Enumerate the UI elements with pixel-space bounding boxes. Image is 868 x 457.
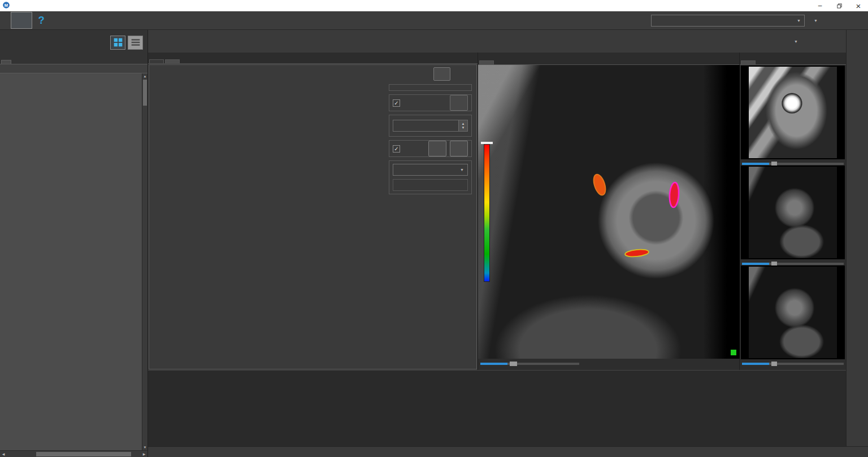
chevron-down-icon: ▼: [814, 19, 818, 23]
colorbar[interactable]: [484, 144, 490, 282]
active-view-scrollbar[interactable]: [480, 360, 737, 368]
contours-box: ✓: [389, 94, 472, 111]
tab-t2-analysis[interactable]: [165, 59, 180, 63]
toolbar-grip[interactable]: [51, 13, 57, 28]
redo-button[interactable]: [824, 33, 840, 49]
cutoff-input[interactable]: [393, 120, 459, 132]
series-browser-layout-button[interactable]: [11, 12, 32, 29]
study-tab[interactable]: [1, 60, 11, 64]
decay-values-box: [389, 84, 472, 91]
roi3-overlay-blob: [624, 249, 649, 258]
roi1-overlay-blob: [592, 173, 608, 197]
toolbar-grip[interactable]: [779, 34, 785, 49]
toolbar-grip[interactable]: [3, 13, 9, 28]
status-indicator-green: [731, 350, 736, 355]
roi-overlays: [478, 65, 740, 359]
series-browser-panel: ▲ ▼ ◀ ▶: [0, 30, 148, 457]
roi2-overlay-blob: [669, 182, 679, 207]
scrollbar-thumb[interactable]: [36, 452, 131, 456]
scan-thumb-scrollbar[interactable]: [742, 360, 844, 365]
medis-logo-icon: M: [2, 1, 10, 10]
cutoff-box: ▲▼: [389, 115, 472, 137]
status-bar: [148, 446, 868, 457]
series-table-header[interactable]: [0, 64, 147, 73]
scan-line-thumbnail[interactable]: [741, 166, 845, 259]
close-button[interactable]: ×: [849, 0, 868, 11]
reset-layout-button[interactable]: [827, 12, 843, 28]
svg-text:?: ?: [38, 14, 44, 26]
chevron-down-icon: ▼: [794, 40, 798, 43]
view-toolbar: ▼: [148, 30, 846, 53]
acquisition-timing-box: ▼: [389, 160, 472, 194]
scrollbar-thumb[interactable]: [771, 362, 777, 366]
contour-options-button[interactable]: [450, 95, 468, 111]
scan-line-thumbnail[interactable]: [741, 66, 845, 159]
scrollbar-thumb[interactable]: [510, 362, 517, 366]
chevron-down-icon: ▼: [797, 19, 801, 23]
timing-select[interactable]: ▼: [393, 164, 468, 176]
scroll-left-icon[interactable]: ◀: [0, 452, 7, 456]
help-button[interactable]: ?: [33, 12, 49, 28]
scan-line-thumbnail[interactable]: [741, 266, 845, 359]
active-view-image[interactable]: [478, 65, 740, 359]
overlay-settings-button[interactable]: [428, 141, 446, 156]
scan-thumb-scrollbar[interactable]: [742, 160, 844, 165]
colorbar-handle[interactable]: [481, 142, 493, 144]
save-layout-button[interactable]: ▼: [808, 12, 823, 28]
undo-button[interactable]: [806, 33, 822, 49]
svg-text:M: M: [5, 3, 8, 8]
main-toolbar: ? ▼ ▼: [0, 11, 868, 30]
display-box: ✓: [389, 140, 472, 157]
session-select[interactable]: ▼: [651, 15, 805, 27]
tab-active-view[interactable]: [479, 60, 494, 64]
contour-toolbar: [846, 30, 868, 457]
relaxation-graph[interactable]: [149, 65, 387, 369]
active-view-panel: [478, 53, 739, 370]
close-session-user-icon[interactable]: [632, 13, 649, 28]
scan-thumb-scrollbar[interactable]: [742, 260, 844, 265]
list-view-button[interactable]: [128, 36, 143, 50]
minimize-button[interactable]: –: [810, 0, 830, 11]
series-list-vscrollbar[interactable]: ▲ ▼: [142, 73, 147, 450]
titlebar: M – ×: [0, 0, 868, 11]
snapshot-view-button[interactable]: [849, 33, 866, 50]
analysis-controls: ✓ ▲▼ ✓ ▼: [387, 65, 476, 369]
content-area: ✓ ▲▼ ✓ ▼: [148, 53, 846, 370]
snapshot-button[interactable]: [433, 67, 450, 81]
tab-study-matrix[interactable]: [149, 59, 164, 63]
series-browser-title: [0, 30, 147, 34]
series-list: ▲ ▼: [0, 73, 147, 450]
toolbar-overflow-button[interactable]: [846, 12, 862, 28]
tab-scan-lines[interactable]: [741, 60, 756, 64]
series-list-hscrollbar[interactable]: ◀ ▶: [0, 450, 147, 457]
scroll-down-icon[interactable]: ▼: [142, 445, 147, 450]
display-tools-button[interactable]: [450, 141, 468, 156]
show-overlay-checkbox[interactable]: ✓: [393, 145, 400, 153]
timing-values-input: [393, 179, 468, 191]
analysis-panel: ✓ ▲▼ ✓ ▼: [148, 53, 478, 370]
chevron-down-icon: ▼: [460, 168, 464, 172]
cutoff-spinner[interactable]: ▲▼: [459, 120, 468, 132]
auto-copy-checkbox[interactable]: ✓: [393, 99, 400, 107]
film-strip: [148, 370, 846, 446]
scrollbar-thumb[interactable]: [143, 80, 147, 106]
grid-view-button[interactable]: [110, 36, 125, 50]
scroll-right-icon[interactable]: ▶: [141, 452, 147, 456]
delete-button[interactable]: ▼: [788, 33, 804, 49]
restore-button[interactable]: [830, 0, 849, 11]
scan-lines-panel: [739, 53, 846, 370]
scroll-up-icon[interactable]: ▲: [142, 73, 147, 79]
